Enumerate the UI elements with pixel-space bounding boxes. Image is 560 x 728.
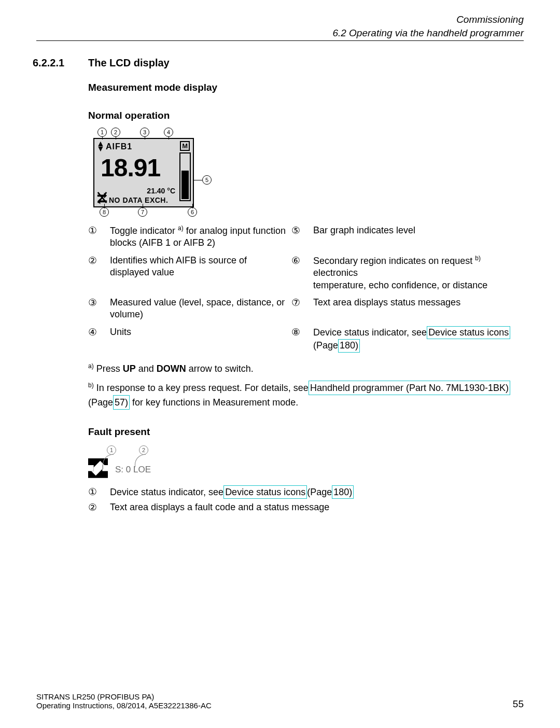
- lcd-screen: ▲▼ AIFB1 M 18.91 21.40 °C NO DATA EXCH.: [93, 138, 194, 207]
- bullet-3: ③: [88, 297, 105, 321]
- link-device-status-icons-2[interactable]: Device status icons: [223, 485, 307, 499]
- link-handheld-programmer[interactable]: Handheld programmer (Part No. 7ML1930-1B…: [309, 381, 510, 395]
- legend-1: Toggle indicator a) for analog input fun…: [110, 225, 286, 249]
- header-chapter: Commissioning: [36, 13, 524, 26]
- footer-product: SITRANS LR250 (PROFIBUS PA): [36, 692, 212, 701]
- link-page-57[interactable]: 57): [113, 395, 130, 410]
- link-page-180[interactable]: 180): [338, 339, 360, 352]
- callout-6: 6: [188, 207, 197, 217]
- fault-legend: ① Device status indicator, see Device st…: [88, 485, 524, 514]
- callout-2: 2: [111, 128, 120, 137]
- bullet-7: ⑦: [291, 297, 308, 321]
- toggle-arrows-icon: ▲▼: [96, 141, 105, 151]
- header-section: 6.2 Operating via the handheld programme…: [36, 26, 524, 40]
- lcd-unit-box: M: [180, 141, 190, 151]
- running-header: Commissioning 6.2 Operating via the hand…: [36, 13, 524, 41]
- lcd-secondary-value: 21.40 °C: [147, 187, 175, 195]
- link-page-180-2[interactable]: 180): [332, 485, 354, 499]
- section-title: The LCD display: [88, 57, 170, 69]
- callout-7: 7: [138, 207, 147, 217]
- section-number: 6.2.2.1: [33, 57, 64, 69]
- callout-3: 3: [140, 128, 149, 137]
- fault-bullet-2: ②: [88, 501, 105, 514]
- lcd-top-row: ▲▼ AIFB1 M: [96, 141, 191, 152]
- heading-normal-operation: Normal operation: [88, 110, 524, 121]
- footnote-a: a) Press UP and DOWN arrow to switch.: [88, 362, 524, 375]
- callout-5: 5: [202, 175, 212, 185]
- fault-callout-2: 2: [139, 445, 148, 455]
- legend-7: Text area displays status messages: [313, 297, 521, 321]
- legend-8: Device status indicator, see Device stat…: [313, 326, 521, 353]
- content: Measurement mode display Normal operatio…: [88, 82, 524, 514]
- callout-4: 4: [164, 128, 173, 137]
- lcd-aifb-label: AIFB1: [106, 142, 132, 151]
- bullet-8: ⑧: [291, 326, 308, 353]
- bullet-4: ④: [88, 326, 105, 353]
- fault-row-1: Device status indicator, see Device stat…: [110, 485, 504, 499]
- legend-3: Measured value (level, space, distance, …: [110, 297, 286, 321]
- lcd-fault-figure: S: 0 LOE 1 2: [88, 445, 202, 481]
- lcd-bargraph: [179, 152, 191, 201]
- lcd-measured-value: 18.91: [101, 153, 160, 182]
- device-status-icon: [96, 191, 108, 204]
- lcd-normal-figure: ▲▼ AIFB1 M 18.91 21.40 °C NO DATA EXCH. …: [88, 129, 223, 219]
- footnote-b: b) In response to a key press request. F…: [88, 381, 524, 410]
- callout-legend: ① Toggle indicator a) for analog input f…: [88, 225, 524, 353]
- footer: SITRANS LR250 (PROFIBUS PA) Operating In…: [36, 692, 524, 710]
- legend-4: Units: [110, 326, 286, 353]
- bullet-5: ⑤: [291, 225, 308, 249]
- legend-5: Bar graph indicates level: [313, 225, 521, 249]
- fault-callout-1: 1: [107, 445, 116, 455]
- legend-6: Secondary region indicates on request b)…: [313, 255, 521, 291]
- fault-bullet-1: ①: [88, 485, 105, 499]
- heading-measurement-mode: Measurement mode display: [88, 82, 524, 93]
- bullet-6: ⑥: [291, 255, 308, 291]
- callout-1: 1: [97, 128, 107, 137]
- lcd-status-text: NO DATA EXCH.: [109, 196, 168, 204]
- bullet-1: ①: [88, 225, 105, 249]
- footer-docinfo: Operating Instructions, 08/2014, A5E3222…: [36, 701, 212, 710]
- fault-row-2: Text area displays a fault code and a st…: [110, 501, 504, 514]
- page: Commissioning 6.2 Operating via the hand…: [0, 0, 560, 728]
- heading-fault-present: Fault present: [88, 426, 524, 438]
- page-number: 55: [513, 698, 524, 710]
- footer-left: SITRANS LR250 (PROFIBUS PA) Operating In…: [36, 692, 212, 710]
- callout-8: 8: [100, 207, 109, 217]
- link-device-status-icons[interactable]: Device status icons: [427, 326, 510, 339]
- legend-2: Identifies which AIFB is source of displ…: [110, 255, 286, 291]
- bullet-2: ②: [88, 255, 105, 291]
